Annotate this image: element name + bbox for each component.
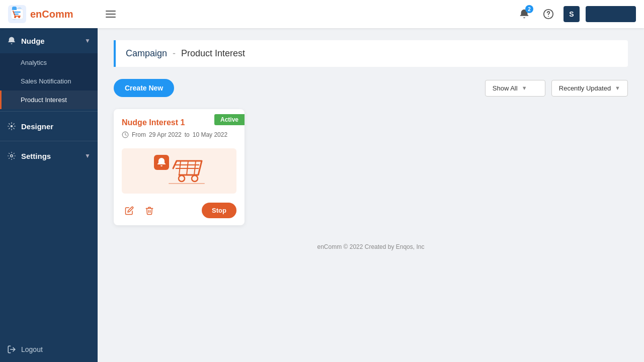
- settings-chevron-icon: ▼: [85, 152, 91, 159]
- sidebar-item-logout[interactable]: Logout: [0, 337, 98, 362]
- breadcrumb-sep: -: [170, 48, 178, 58]
- notification-badge: 2: [525, 5, 533, 13]
- toolbar: Create New Show All ▼ Recently Updated ▼: [114, 79, 628, 97]
- card-status-badge: Active: [214, 114, 245, 125]
- logout-icon: [7, 345, 16, 354]
- page-title: Campaign - Product Interest: [126, 48, 618, 59]
- delete-icon[interactable]: [142, 203, 157, 218]
- breadcrumb-sub: Product Interest: [181, 48, 245, 58]
- logo-en: en: [30, 9, 42, 20]
- svg-point-5: [11, 125, 13, 128]
- help-icon: [543, 9, 554, 20]
- recently-updated-dropdown[interactable]: Recently Updated ▼: [551, 80, 628, 97]
- clock-icon: [122, 131, 129, 138]
- card-image-area: [122, 148, 236, 194]
- show-all-dropdown[interactable]: Show All ▼: [485, 80, 545, 97]
- card-grid: Active Nudge Interest 1 From 29 Apr 2022: [114, 109, 628, 225]
- chevron-down-icon: ▼: [85, 37, 91, 44]
- stop-button[interactable]: Stop: [202, 203, 236, 218]
- footer-text: enComm © 2022 Created by Enqos, Inc: [317, 243, 425, 250]
- sidebar: Nudge ▼ Analytics Sales Notification Pro…: [0, 28, 98, 362]
- header-right: 2 S: [515, 5, 636, 23]
- content-inner: Campaign - Product Interest Create New S…: [98, 28, 644, 237]
- svg-point-11: [192, 175, 198, 182]
- content-area: Campaign - Product Interest Create New S…: [98, 28, 644, 362]
- footer: enComm © 2022 Created by Enqos, Inc: [98, 237, 644, 256]
- hamburger-menu[interactable]: [104, 9, 118, 20]
- settings-icon: [7, 151, 16, 160]
- page-header: Campaign - Product Interest: [114, 40, 628, 67]
- trash-icon: [145, 206, 154, 215]
- cart-illustration: [149, 151, 209, 191]
- sidebar-designer-label: Designer: [21, 122, 53, 131]
- card-date-from: 29 Apr 2022: [149, 131, 182, 138]
- edit-icon[interactable]: [122, 203, 137, 218]
- logout-label: Logout: [21, 345, 43, 353]
- show-all-chevron-icon: ▼: [522, 85, 527, 91]
- pencil-icon: [125, 206, 134, 215]
- card-date-to: 10 May 2022: [193, 131, 227, 138]
- svg-point-10: [179, 175, 185, 182]
- sidebar-item-product-interest[interactable]: Product Interest: [0, 90, 98, 109]
- designer-icon: [7, 122, 16, 131]
- sidebar-divider-1: [0, 111, 98, 112]
- toolbar-right: Show All ▼ Recently Updated ▼: [485, 80, 628, 97]
- sidebar-nudge-label: Nudge: [21, 37, 45, 45]
- user-name-bar: [586, 6, 636, 22]
- main-layout: Nudge ▼ Analytics Sales Notification Pro…: [0, 28, 644, 362]
- sidebar-item-settings[interactable]: Settings ▼: [0, 143, 98, 168]
- header: enComm 2 S: [0, 0, 644, 28]
- notification-button[interactable]: 2: [515, 5, 533, 23]
- user-avatar: S: [564, 6, 580, 22]
- sidebar-item-nudge[interactable]: Nudge ▼: [0, 28, 98, 53]
- campaign-card-0: Active Nudge Interest 1 From 29 Apr 2022: [114, 109, 245, 225]
- breadcrumb-campaign: Campaign: [126, 48, 167, 58]
- logo-area: enComm: [8, 5, 99, 23]
- sidebar-sub-items-nudge: Analytics Sales Notification Product Int…: [0, 53, 98, 109]
- sidebar-item-sales-notification[interactable]: Sales Notification: [0, 72, 98, 90]
- sidebar-item-designer[interactable]: Designer: [0, 114, 98, 139]
- sidebar-divider-2: [0, 141, 98, 141]
- help-button[interactable]: [539, 5, 557, 23]
- svg-point-6: [11, 155, 13, 157]
- nudge-icon: [7, 36, 16, 45]
- svg-point-4: [548, 16, 549, 17]
- card-date: From 29 Apr 2022 to 10 May 2022: [122, 131, 236, 138]
- create-new-button[interactable]: Create New: [114, 79, 174, 97]
- sidebar-settings-label: Settings: [21, 152, 51, 160]
- logo-text: enComm: [30, 9, 73, 20]
- sidebar-section-nudge: Nudge ▼ Analytics Sales Notification Pro…: [0, 28, 98, 109]
- logo-icon: [8, 5, 26, 23]
- card-actions: Stop: [114, 199, 245, 225]
- recently-updated-chevron-icon: ▼: [615, 85, 620, 91]
- sidebar-item-analytics[interactable]: Analytics: [0, 53, 98, 72]
